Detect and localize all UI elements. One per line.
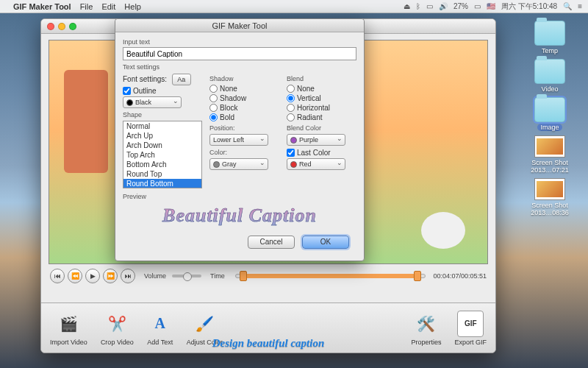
timeline-slider[interactable] xyxy=(235,274,426,278)
shadow-group-label: Shadow xyxy=(209,75,279,82)
shape-option[interactable]: Bottom Arch xyxy=(123,160,201,169)
rewind-button[interactable]: ⏪ xyxy=(68,269,82,283)
shadow-shadow-radio[interactable]: Shadow xyxy=(209,94,279,102)
shape-option[interactable]: Top Arch xyxy=(123,150,201,160)
shape-listbox[interactable]: Normal Arch Up Arch Down Top Arch Bottom… xyxy=(123,121,202,188)
outline-checkbox[interactable]: Outline xyxy=(123,87,202,95)
dialog-title[interactable]: GIF Maker Tool xyxy=(115,19,364,32)
shadow-color-label: Color: xyxy=(209,149,279,156)
last-color-select[interactable]: Red xyxy=(287,158,345,170)
blend-vertical-radio[interactable]: Vertical xyxy=(287,94,356,102)
bluetooth-icon[interactable]: ᛒ xyxy=(416,2,420,10)
clapper-icon: 🎬 xyxy=(55,311,82,337)
caption-text-input[interactable] xyxy=(123,47,356,60)
desktop-icons: Temp Video Image Screen Shot 2013…07:21 … xyxy=(520,21,579,216)
folder-icon xyxy=(534,97,565,122)
play-button[interactable]: ▶ xyxy=(85,269,100,283)
battery-percent: 27% xyxy=(453,2,468,10)
menu-app[interactable]: GIF Maker Tool xyxy=(13,2,71,11)
folder-temp[interactable]: Temp xyxy=(524,21,576,54)
folder-icon xyxy=(534,59,565,84)
folder-icon xyxy=(534,21,565,46)
menu-edit[interactable]: Edit xyxy=(101,2,115,11)
wifi-icon[interactable]: ⏏ xyxy=(404,2,410,10)
folder-image[interactable]: Image xyxy=(524,97,576,131)
screenshot-icon xyxy=(534,178,565,200)
cancel-button[interactable]: Cancel xyxy=(248,236,295,249)
shadow-none-radio[interactable]: None xyxy=(209,85,279,93)
screenshot-icon xyxy=(534,135,565,158)
range-end-handle[interactable] xyxy=(414,271,421,281)
shape-option[interactable]: Round Top xyxy=(123,169,201,179)
blend-horizontal-radio[interactable]: Horizontal xyxy=(287,104,356,112)
blend-group-label: Blend xyxy=(287,75,356,82)
volume-label: Volume xyxy=(144,272,166,280)
shadow-color-select[interactable]: Gray xyxy=(209,158,268,170)
tools-icon: 🛠️ xyxy=(413,311,440,337)
preview-label: Preview xyxy=(123,193,356,200)
input-text-label: Input text xyxy=(123,38,356,46)
shape-option[interactable]: Arch Up xyxy=(123,131,201,141)
range-start-handle[interactable] xyxy=(240,271,247,281)
last-color-checkbox[interactable]: Last Color xyxy=(287,149,356,157)
close-icon[interactable] xyxy=(47,23,54,30)
caption-preview: Beautiful Caption xyxy=(123,202,356,234)
screenshot-1[interactable]: Screen Shot 2013…07:21 xyxy=(524,135,576,174)
menubar: GIF Maker Tool File Edit Help ⏏ ᛒ ▭ 🔊 27… xyxy=(0,0,588,13)
brush-icon: 🖌️ xyxy=(191,311,218,337)
shape-option[interactable]: Round Bottom xyxy=(123,179,201,188)
notification-icon[interactable]: ≡ xyxy=(578,2,582,10)
bottom-caption: Design beautiful caption xyxy=(41,337,495,350)
zoom-icon[interactable] xyxy=(69,23,76,30)
timecode: 00:04:07/00:05:51 xyxy=(433,272,487,280)
shape-option[interactable]: Normal xyxy=(123,121,201,131)
position-label: Position: xyxy=(209,124,279,132)
menu-help[interactable]: Help xyxy=(124,2,141,11)
volume-icon[interactable]: 🔊 xyxy=(439,2,448,10)
airplay-icon[interactable]: ▭ xyxy=(426,2,433,10)
folder-video[interactable]: Video xyxy=(524,59,576,93)
menu-file[interactable]: File xyxy=(80,2,93,11)
clock[interactable]: 周六 下午5:10:48 xyxy=(501,1,557,12)
time-label: Time xyxy=(210,272,225,280)
minimize-icon[interactable] xyxy=(58,23,65,30)
font-settings-row: Font settings: Aa xyxy=(123,74,202,85)
ok-button[interactable]: OK xyxy=(302,236,349,249)
font-picker-button[interactable]: Aa xyxy=(172,74,191,85)
blend-radiant-radio[interactable]: Radiant xyxy=(287,113,356,121)
outline-color-select[interactable]: Black xyxy=(123,96,182,108)
skip-end-button[interactable]: ⏭ xyxy=(121,269,135,283)
volume-slider[interactable] xyxy=(172,275,201,277)
blend-color-label: Blend Color xyxy=(287,124,356,132)
shape-label: Shape xyxy=(123,111,202,118)
shadow-bold-radio[interactable]: Bold xyxy=(209,113,279,121)
spotlight-icon[interactable]: 🔍 xyxy=(563,2,572,10)
shadow-block-radio[interactable]: Block xyxy=(209,104,279,112)
text-settings-dialog: GIF Maker Tool Input text Text settings … xyxy=(115,18,365,261)
text-settings-label: Text settings xyxy=(123,63,356,71)
font-settings-label: Font settings: xyxy=(123,75,167,83)
battery-icon[interactable]: ▭ xyxy=(474,2,481,10)
playback-controls: ⏮ ⏪ ▶ ⏩ ⏭ Volume Time 00:04:07/00:05:51 xyxy=(41,264,495,288)
blend-color-select[interactable]: Purple xyxy=(287,134,345,146)
text-a-icon: A xyxy=(147,311,173,337)
shadow-position-select[interactable]: Lower Left xyxy=(209,134,268,146)
screenshot-2[interactable]: Screen Shot 2013…08:36 xyxy=(524,178,576,216)
forward-button[interactable]: ⏩ xyxy=(103,269,118,283)
crop-icon: ✂️ xyxy=(104,311,130,337)
input-flag-icon[interactable]: 🇺🇸 xyxy=(487,2,495,10)
blend-none-radio[interactable]: None xyxy=(287,85,356,93)
skip-start-button[interactable]: ⏮ xyxy=(50,269,65,283)
gif-icon: GIF xyxy=(457,311,484,337)
shape-option[interactable]: Arch Down xyxy=(123,141,201,150)
